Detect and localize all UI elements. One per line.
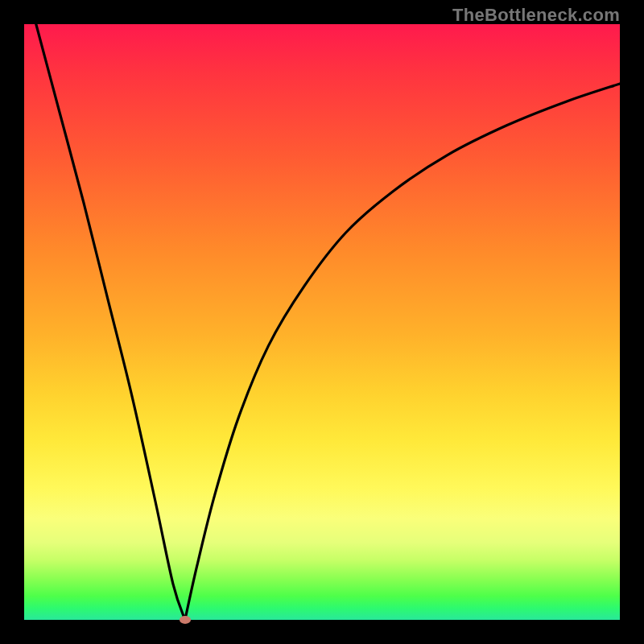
minimum-marker <box>180 616 191 624</box>
plot-area <box>24 24 620 620</box>
watermark-text: TheBottleneck.com <box>452 5 620 26</box>
bottleneck-curve <box>24 24 620 620</box>
curve-path <box>36 24 620 625</box>
chart-frame: TheBottleneck.com <box>0 0 644 644</box>
